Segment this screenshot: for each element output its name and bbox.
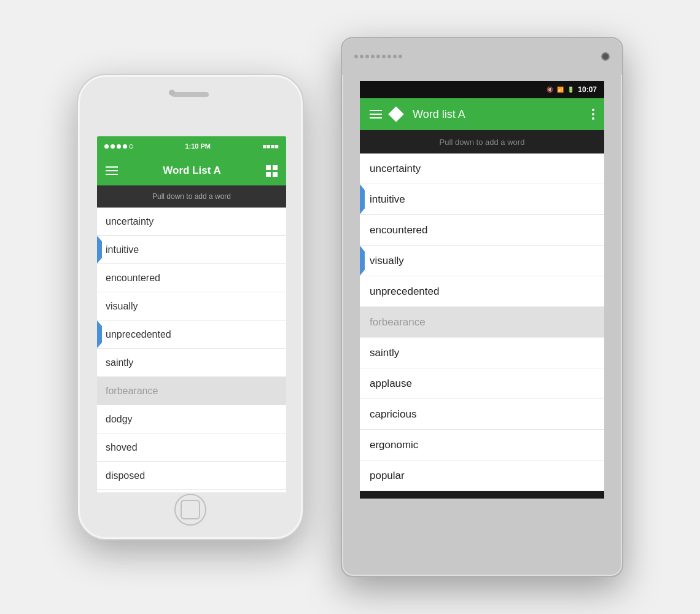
list-item[interactable]: intuitive <box>97 236 286 264</box>
list-item[interactable]: visually <box>360 246 604 276</box>
word-text: capricious <box>370 408 417 421</box>
android-signal-icon: 🔇 <box>546 87 553 93</box>
ios-camera <box>169 90 175 96</box>
word-text: encountered <box>370 224 428 236</box>
dot5 <box>129 144 133 149</box>
android-app-logo <box>388 106 403 122</box>
word-text: saintly <box>370 347 399 359</box>
ios-signal-dots <box>104 144 133 149</box>
list-item[interactable]: uncertainty <box>97 208 286 236</box>
android-app-bar: Word list A <box>360 98 604 130</box>
android-pull-down-label: Pull down to add a word <box>440 138 525 147</box>
android-app-title: Word list A <box>413 108 583 121</box>
android-status-bar: 🔇 📶 🔋 10:07 <box>360 81 604 98</box>
ios-pull-down-bar[interactable]: Pull down to add a word <box>97 185 286 208</box>
list-item[interactable]: liability <box>97 490 286 492</box>
word-text: visually <box>106 301 138 312</box>
menu-icon[interactable] <box>106 166 118 175</box>
word-text: popular <box>370 470 405 482</box>
dot4 <box>123 144 127 149</box>
list-item[interactable]: popular <box>360 460 604 491</box>
list-item[interactable]: unprecedented <box>360 276 604 307</box>
ios-battery: ■■■■ <box>262 142 279 150</box>
list-item[interactable]: unprecedented <box>97 321 286 349</box>
word-text: ergonomic <box>370 439 418 451</box>
list-item[interactable]: dodgy <box>97 405 286 433</box>
android-screen: 🔇 📶 🔋 10:07 Word list A Pull down to add… <box>360 81 604 499</box>
ios-screen: 1:10 PM ■■■■ Word List A Pull down to ad… <box>97 136 286 492</box>
android-menu-icon[interactable] <box>370 110 382 119</box>
word-text: uncertainty <box>370 163 421 175</box>
list-item[interactable]: uncertainty <box>360 154 604 184</box>
ios-word-list: uncertainty intuitive encountered visual… <box>97 208 286 492</box>
ios-pull-down-label: Pull down to add a word <box>152 192 231 201</box>
ios-app-bar: Word List A <box>97 156 286 185</box>
word-text: uncertainty <box>106 216 154 227</box>
dot1 <box>104 144 109 149</box>
android-overflow-menu-icon[interactable] <box>592 109 594 120</box>
list-item[interactable]: intuitive <box>360 184 604 215</box>
list-item[interactable]: encountered <box>360 215 604 246</box>
word-text: encountered <box>106 273 160 284</box>
word-text: forbearance <box>106 386 158 397</box>
word-text: dodgy <box>106 414 133 425</box>
word-text: unprecedented <box>106 329 171 340</box>
list-item[interactable]: encountered <box>97 264 286 292</box>
list-item[interactable]: applause <box>360 368 604 399</box>
word-text: visually <box>370 255 404 267</box>
word-text: intuitive <box>106 244 139 255</box>
android-phone: 🔇 📶 🔋 10:07 Word list A Pull down to add… <box>341 37 623 577</box>
ios-phone: 1:10 PM ■■■■ Word List A Pull down to ad… <box>77 74 304 540</box>
android-word-list: uncertainty intuitive encountered visual… <box>360 154 604 491</box>
list-item[interactable]: ergonomic <box>360 430 604 460</box>
list-item[interactable]: saintly <box>97 349 286 377</box>
android-camera <box>601 52 610 61</box>
ios-app-title: Word List A <box>118 165 266 177</box>
android-battery-icon: 🔋 <box>567 87 574 93</box>
ios-home-button[interactable] <box>174 494 206 526</box>
android-time: 10:07 <box>578 85 597 94</box>
ios-status-bar: 1:10 PM ■■■■ <box>97 136 286 156</box>
word-text: disposed <box>106 470 145 481</box>
word-text: saintly <box>106 357 133 368</box>
word-text: unprecedented <box>370 286 439 298</box>
word-text: applause <box>370 378 412 390</box>
list-item[interactable]: shoved <box>97 433 286 462</box>
word-text: intuitive <box>370 193 405 206</box>
ios-time: 1:10 PM <box>185 142 211 150</box>
list-item[interactable]: saintly <box>360 338 604 368</box>
dot2 <box>111 144 115 149</box>
android-pull-down-bar[interactable]: Pull down to add a word <box>360 130 604 154</box>
word-text: shoved <box>106 442 138 453</box>
dot3 <box>117 144 121 149</box>
list-item[interactable]: forbearance <box>97 377 286 405</box>
list-item[interactable]: visually <box>97 292 286 321</box>
word-text: forbearance <box>370 316 426 328</box>
list-item[interactable]: forbearance <box>360 307 604 338</box>
list-item[interactable]: capricious <box>360 399 604 430</box>
android-bottom-nav: ‹ ⌂ <box>360 491 604 499</box>
android-network-icon: 📶 <box>557 87 564 93</box>
android-speaker <box>354 55 402 58</box>
list-item[interactable]: disposed <box>97 462 286 490</box>
grid-icon[interactable] <box>266 165 278 177</box>
android-top-bar <box>342 38 622 75</box>
